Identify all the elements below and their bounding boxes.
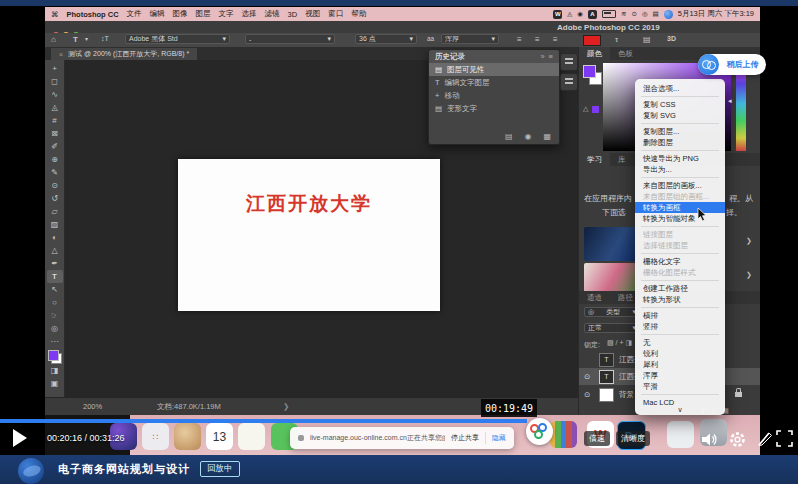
settings-gear-icon[interactable] xyxy=(728,430,747,449)
wifi-icon[interactable]: ≋ xyxy=(621,10,626,18)
menu-layer[interactable]: 图层 xyxy=(196,9,211,19)
menu-item-aa-sharp[interactable]: 锐利 xyxy=(635,348,725,359)
shape-tool[interactable]: ○ xyxy=(47,296,63,309)
menu-item-quick-export-png[interactable]: 快速导出为 PNG xyxy=(635,153,725,164)
history-step-warp-text[interactable]: ▤ 变形文字 xyxy=(429,102,559,115)
tab-close-icon[interactable]: × xyxy=(59,51,63,58)
screen-mode-icon[interactable]: ▣ xyxy=(47,377,63,390)
knot-status-icon[interactable]: ◬ xyxy=(567,10,572,18)
menu-image[interactable]: 图像 xyxy=(173,9,188,19)
tutorial-thumbnail[interactable] xyxy=(584,263,636,293)
round-status-icon[interactable]: ◉ xyxy=(577,10,583,18)
volume-icon[interactable] xyxy=(700,430,719,449)
panel-foreground-swatch[interactable] xyxy=(583,65,596,78)
tab-channels[interactable]: 通道 xyxy=(579,291,610,304)
document-canvas[interactable]: 江西开放大学 xyxy=(178,159,440,311)
status-chevron-icon[interactable]: ❯ xyxy=(283,402,289,411)
progress-bar-played[interactable] xyxy=(0,419,527,423)
spotlight-icon[interactable]: ◎ xyxy=(642,10,648,18)
input-source-icon[interactable]: A xyxy=(588,10,597,19)
notes-pen-icon[interactable] xyxy=(756,430,774,448)
text-color-swatch[interactable] xyxy=(583,35,601,46)
menu-item-export-as[interactable]: 导出为... xyxy=(635,164,725,175)
menu-item-aa-none[interactable]: 无 xyxy=(635,337,725,348)
play-button[interactable] xyxy=(13,429,27,447)
layer-filter-select[interactable]: ◎ 类型 ▾ xyxy=(584,307,640,317)
new-document-from-state-icon[interactable]: ▤ xyxy=(505,132,513,141)
history-step-move[interactable]: + 移动 xyxy=(429,89,559,102)
type-tool[interactable]: T xyxy=(47,270,63,283)
new-snapshot-icon[interactable]: ◉ xyxy=(524,132,531,141)
menu-item-aa-smooth[interactable]: 平滑 xyxy=(635,381,725,392)
menu-item-copy-css[interactable]: 复制 CSS xyxy=(635,99,725,110)
tutorial-thumbnail[interactable] xyxy=(584,227,636,261)
upload-button[interactable]: 稍后上传 xyxy=(698,54,766,75)
playback-speed-button[interactable]: 倍速 xyxy=(584,431,610,446)
path-selection-tool[interactable]: ↖ xyxy=(47,283,63,296)
dodge-tool[interactable]: △ xyxy=(47,244,63,257)
menu-3d[interactable]: 3D xyxy=(288,10,298,19)
battery-icon[interactable] xyxy=(602,10,616,18)
menu-scroll-more-icon[interactable]: ∨ xyxy=(635,406,725,414)
eye-icon[interactable]: ⊙ xyxy=(584,390,594,399)
align-right-icon[interactable]: ≡ xyxy=(553,35,558,44)
menu-item-delete-layer[interactable]: 删除图层 xyxy=(635,137,725,148)
fullscreen-icon[interactable] xyxy=(776,430,793,447)
menu-select[interactable]: 选择 xyxy=(242,9,257,19)
warp-text-icon[interactable]: τ xyxy=(615,35,618,44)
menu-view[interactable]: 视图 xyxy=(305,9,320,19)
align-center-icon[interactable]: ≡ xyxy=(535,35,540,44)
history-step-edit-type-layer[interactable]: T 编辑文字图层 xyxy=(429,76,559,89)
toggle-panels-icon[interactable]: ▤ xyxy=(643,35,651,44)
brush-tool[interactable]: ✎ xyxy=(47,166,63,179)
menu-item-convert-to-frame[interactable]: 转换为画框 xyxy=(635,202,725,213)
menu-item-convert-to-smart-object[interactable]: 转换为智能对象 xyxy=(635,213,725,224)
menu-help[interactable]: 帮助 xyxy=(351,9,366,19)
hue-slider[interactable] xyxy=(736,65,746,151)
apple-menu-icon[interactable]: ⌘ xyxy=(51,10,59,19)
tab-color[interactable]: 颜色 xyxy=(579,47,610,60)
zoom-level[interactable]: 200% xyxy=(83,402,102,411)
menu-item-create-work-path[interactable]: 创建工作路径 xyxy=(635,283,725,294)
dock-folder-icon[interactable] xyxy=(667,421,694,448)
crop-tool[interactable]: # xyxy=(47,114,63,127)
blend-mode-select[interactable]: 正常 ▾ xyxy=(584,323,640,333)
menu-type[interactable]: 文字 xyxy=(219,9,234,19)
dock-notes-icon[interactable] xyxy=(238,423,265,450)
menubar-clock[interactable]: 5月13日 周六 下午3:19 xyxy=(678,9,754,19)
menu-file[interactable]: 文件 xyxy=(127,9,142,19)
collapsed-panel-button[interactable] xyxy=(560,73,578,91)
dock-calendar-icon[interactable]: 13 xyxy=(206,423,233,450)
chevron-right-icon[interactable]: ❯ xyxy=(746,271,752,279)
document-size[interactable]: 文档:487.0K/1.19M xyxy=(157,402,221,412)
control-center-icon[interactable]: ▤ xyxy=(653,10,659,18)
anti-alias-select[interactable]: 浑厚 ▾ xyxy=(441,34,499,44)
quick-selection-tool[interactable]: ◬ xyxy=(47,101,63,114)
menu-filter[interactable]: 滤镜 xyxy=(265,9,280,19)
menu-edit[interactable]: 编辑 xyxy=(150,9,165,19)
marquee-tool[interactable]: ◻ xyxy=(47,75,63,88)
healing-brush-tool[interactable]: ⊕ xyxy=(47,153,63,166)
menu-item-vertical[interactable]: 竖排 xyxy=(635,321,725,332)
tab-learn[interactable]: 学习 xyxy=(579,153,610,166)
pen-tool[interactable]: ✒ xyxy=(47,257,63,270)
eraser-tool[interactable]: ▱ xyxy=(47,205,63,218)
quick-mask-icon[interactable]: ◨ xyxy=(47,364,63,377)
menu-item-rasterize-type[interactable]: 栅格化文字 xyxy=(635,256,725,267)
dock-launchpad-icon[interactable]: ∷ xyxy=(142,423,169,450)
document-tab[interactable]: × 测试 @ 200% (江西开放大学, RGB/8) * xyxy=(51,48,197,60)
hide-banner-button[interactable]: 隐藏 xyxy=(492,433,506,443)
dock-app-icon[interactable] xyxy=(174,423,201,450)
preset-dropdown-icon[interactable]: ▾ xyxy=(85,35,88,42)
type-tool-preset-icon[interactable]: T xyxy=(73,35,78,44)
menu-item-duplicate-layer[interactable]: 复制图层... xyxy=(635,126,725,137)
align-left-icon[interactable]: ≡ xyxy=(517,35,522,44)
menu-item-blending-options[interactable]: 混合选项... xyxy=(635,83,725,94)
menu-item-artboard-from-layers[interactable]: 来自图层的画板... xyxy=(635,180,725,191)
delete-state-icon[interactable]: ▦ xyxy=(543,132,551,141)
font-style-select[interactable]: - ▾ xyxy=(245,34,335,44)
menu-item-aa-crisp[interactable]: 犀利 xyxy=(635,359,725,370)
tab-swatches[interactable]: 色板 xyxy=(610,47,641,60)
collapsed-panel-button[interactable] xyxy=(560,53,578,71)
clone-stamp-tool[interactable]: ⊙ xyxy=(47,179,63,192)
